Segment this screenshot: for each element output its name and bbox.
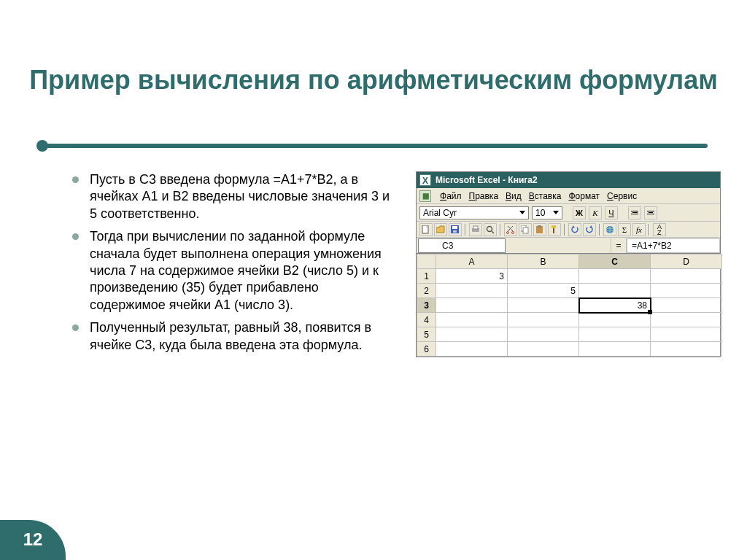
cell-B1[interactable] [508, 269, 579, 284]
font-name-dropdown[interactable]: Arial Cyr [419, 206, 529, 219]
toolbar-separator [564, 224, 565, 236]
menu-edit[interactable]: Правка [469, 191, 499, 201]
excel-menubar: ▦ Файл Правка Вид Вставка Формат Сервис [417, 188, 720, 204]
cell-A4[interactable] [436, 313, 508, 327]
redo-icon[interactable] [583, 223, 596, 236]
print-icon[interactable] [469, 223, 482, 236]
slide: Пример вычисления по арифметическим форм… [0, 0, 747, 560]
excel-format-toolbar: Arial Cyr 10 Ж К Ч [417, 204, 720, 222]
svg-rect-3 [453, 230, 457, 233]
underline-button[interactable]: Ч [605, 206, 618, 219]
undo-icon[interactable] [568, 223, 581, 236]
excel-standard-toolbar: Σ fx AZ [417, 222, 720, 238]
menu-tools[interactable]: Сервис [607, 191, 637, 201]
copy-icon[interactable] [519, 223, 532, 236]
row-header-3[interactable]: 3 [417, 298, 436, 313]
italic-button[interactable]: К [589, 206, 602, 219]
bullet-item: Полученный результат, равный 38, появитс… [69, 319, 390, 354]
menu-format[interactable]: Формат [568, 191, 600, 201]
autosum-icon[interactable]: Σ [618, 223, 631, 236]
cell-A5[interactable] [436, 327, 508, 342]
cell-A6[interactable] [436, 342, 508, 357]
hyperlink-icon[interactable] [603, 223, 616, 236]
bullet-item: Пусть в С3 введена формула =А1+7*В2, а в… [69, 171, 390, 222]
cut-icon[interactable] [504, 223, 517, 236]
svg-point-6 [487, 226, 492, 231]
bullet-list: Пусть в С3 введена формула =А1+7*В2, а в… [69, 171, 390, 359]
cell-B6[interactable] [508, 342, 579, 357]
cell-D2[interactable] [651, 284, 722, 298]
excel-window-title: Microsoft Excel - Книга2 [436, 175, 538, 185]
cell-D4[interactable] [651, 313, 722, 327]
slide-title: Пример вычисления по арифметическим форм… [0, 64, 747, 96]
cell-B2[interactable]: 5 [508, 284, 579, 298]
cell-C2[interactable] [579, 284, 651, 298]
excel-titlebar: X Microsoft Excel - Книга2 [417, 172, 720, 188]
equals-label: = [611, 238, 627, 253]
excel-doc-icon: ▦ [419, 190, 431, 202]
row-header-6[interactable]: 6 [417, 342, 436, 357]
page-number: 12 [15, 529, 51, 550]
excel-formula-bar: C3 = =A1+7*B2 [417, 238, 720, 254]
cell-C5[interactable] [579, 327, 651, 342]
col-header-D[interactable]: D [651, 254, 722, 269]
align-left-button[interactable] [628, 206, 641, 219]
row-header-4[interactable]: 4 [417, 313, 436, 327]
format-painter-icon[interactable] [548, 223, 561, 236]
svg-point-10 [507, 231, 509, 233]
sort-asc-icon[interactable]: AZ [653, 223, 666, 236]
align-center-button[interactable] [644, 206, 657, 219]
name-box[interactable]: C3 [418, 238, 506, 253]
cell-C4[interactable] [579, 313, 651, 327]
cell-C1[interactable] [579, 269, 651, 284]
svg-rect-16 [551, 225, 556, 228]
toolbar-separator [599, 224, 600, 236]
bold-button[interactable]: Ж [573, 206, 586, 219]
new-file-icon[interactable] [419, 223, 433, 236]
open-file-icon[interactable] [434, 223, 447, 236]
underline-bar [42, 144, 708, 148]
chevron-down-icon [519, 211, 525, 214]
font-name-value: Arial Cyr [423, 208, 457, 218]
row-header-1[interactable]: 1 [417, 269, 436, 284]
menu-file[interactable]: Файл [440, 191, 462, 201]
formula-input[interactable]: =A1+7*B2 [627, 238, 720, 253]
menu-insert[interactable]: Вставка [529, 191, 562, 201]
font-size-dropdown[interactable]: 10 [532, 206, 562, 219]
cell-D5[interactable] [651, 327, 722, 342]
column-header-row: A B C D [417, 254, 722, 269]
save-icon[interactable] [449, 223, 462, 236]
svg-rect-13 [523, 228, 528, 233]
cell-D3[interactable] [651, 298, 722, 313]
cell-B3[interactable] [508, 298, 579, 313]
cell-C6[interactable] [579, 342, 651, 357]
col-header-A[interactable]: A [436, 254, 508, 269]
col-header-B[interactable]: B [508, 254, 579, 269]
cell-B5[interactable] [508, 327, 579, 342]
cell-C3-active[interactable]: 38 [579, 298, 651, 313]
cell-A3[interactable] [436, 298, 508, 313]
title-underline [36, 140, 708, 152]
cell-A2[interactable] [436, 284, 508, 298]
cell-A1[interactable]: 3 [436, 269, 508, 284]
svg-line-7 [492, 231, 494, 233]
function-icon[interactable]: fx [632, 223, 646, 236]
cell-D6[interactable] [651, 342, 722, 357]
cell-B4[interactable] [508, 313, 579, 327]
select-all-corner[interactable] [417, 254, 436, 269]
grid-row: 4 [417, 313, 722, 327]
row-header-2[interactable]: 2 [417, 284, 436, 298]
grid-row: 3 38 [417, 298, 722, 313]
row-header-5[interactable]: 5 [417, 327, 436, 342]
menu-view[interactable]: Вид [506, 191, 522, 201]
svg-rect-0 [422, 225, 428, 233]
svg-rect-15 [538, 225, 541, 228]
excel-grid: A B C D 1 3 2 5 [417, 254, 720, 357]
toolbar-separator [500, 224, 501, 236]
print-preview-icon[interactable] [484, 223, 497, 236]
col-header-C[interactable]: C [579, 254, 651, 269]
grid-row: 6 [417, 342, 722, 357]
cell-D1[interactable] [651, 269, 722, 284]
grid-row: 1 3 [417, 269, 722, 284]
paste-icon[interactable] [533, 223, 546, 236]
